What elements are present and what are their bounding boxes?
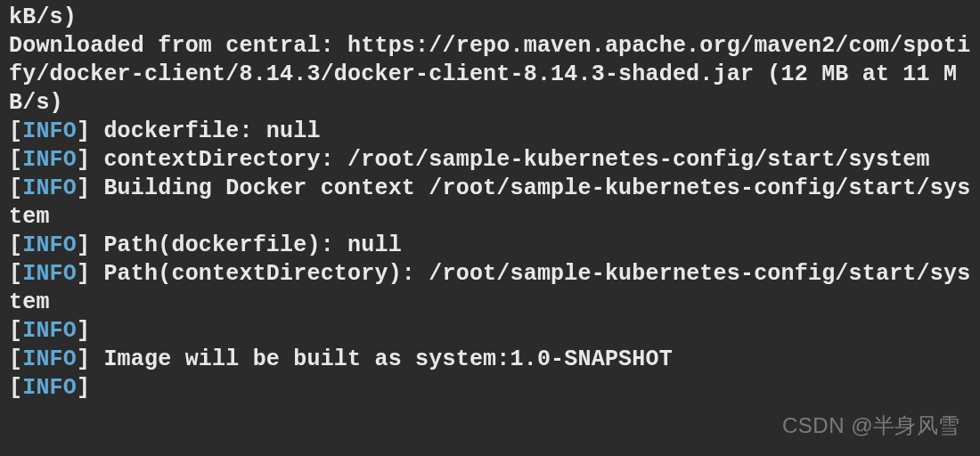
log-message: Path(contextDirectory): /root/sample-kub… <box>9 261 970 315</box>
log-bracket-close: ] <box>77 147 90 173</box>
log-bracket-close: ] <box>77 118 90 144</box>
log-message: Image will be built as system:1.0-SNAPSH… <box>90 346 673 372</box>
terminal-line: kB/s) <box>9 4 971 32</box>
log-bracket-open: [ <box>9 232 22 258</box>
terminal-output: kB/s)Downloaded from central: https://re… <box>9 4 971 403</box>
terminal-line: [INFO] Path(dockerfile): null <box>9 232 971 260</box>
log-bracket-close: ] <box>77 175 90 201</box>
log-level: INFO <box>22 261 77 287</box>
terminal-line: Downloaded from central: https://repo.ma… <box>9 32 971 118</box>
log-message: dockerfile: null <box>90 118 320 144</box>
log-message: contextDirectory: /root/sample-kubernete… <box>90 147 930 173</box>
log-bracket-close: ] <box>77 261 90 287</box>
terminal-line: [INFO] Path(contextDirectory): /root/sam… <box>9 260 971 317</box>
terminal-line: [INFO] <box>9 317 971 346</box>
log-level: INFO <box>22 232 77 258</box>
log-level: INFO <box>22 318 77 344</box>
log-bracket-open: [ <box>9 318 22 344</box>
log-bracket-close: ] <box>77 232 90 258</box>
log-message: Path(dockerfile): null <box>90 232 402 258</box>
terminal-line: [INFO] <box>9 374 971 403</box>
log-bracket-open: [ <box>9 118 22 144</box>
log-level: INFO <box>22 147 77 173</box>
log-bracket-close: ] <box>77 375 90 401</box>
terminal-line: [INFO] dockerfile: null <box>9 118 971 146</box>
log-bracket-close: ] <box>77 318 90 344</box>
log-level: INFO <box>22 346 77 372</box>
log-message: Downloaded from central: https://repo.ma… <box>9 33 970 116</box>
log-level: INFO <box>22 175 77 201</box>
terminal-line: [INFO] Building Docker context /root/sam… <box>9 175 971 232</box>
terminal-line: [INFO] Image will be built as system:1.0… <box>9 346 971 374</box>
watermark-text: CSDN @半身风雪 <box>782 412 960 440</box>
log-level: INFO <box>22 118 77 144</box>
log-message: kB/s) <box>9 4 77 30</box>
log-bracket-open: [ <box>9 175 22 201</box>
log-message: Building Docker context /root/sample-kub… <box>9 175 970 230</box>
log-bracket-open: [ <box>9 261 22 287</box>
log-bracket-open: [ <box>9 147 22 173</box>
log-bracket-close: ] <box>77 346 90 372</box>
log-bracket-open: [ <box>9 375 22 401</box>
log-bracket-open: [ <box>9 346 22 372</box>
log-level: INFO <box>22 375 77 401</box>
terminal-line: [INFO] contextDirectory: /root/sample-ku… <box>9 146 971 175</box>
